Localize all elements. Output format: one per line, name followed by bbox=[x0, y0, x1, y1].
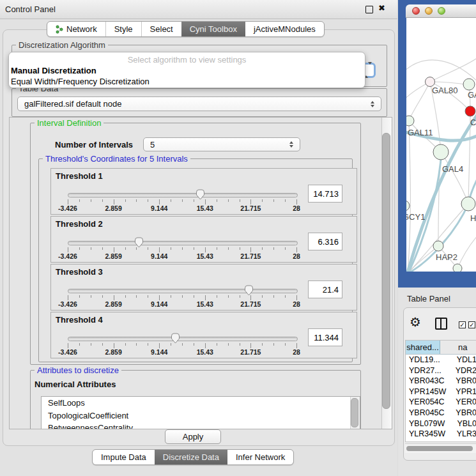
table-row[interactable]: YLR345WYLR3 bbox=[406, 429, 476, 440]
top-tab-jactivemnodules[interactable]: jActiveMNodules bbox=[245, 22, 324, 36]
network-node[interactable] bbox=[406, 201, 410, 211]
threshold-slider[interactable]: -3.4262.8599.14415.4321.71528 bbox=[68, 237, 296, 261]
cell-shared-name[interactable]: YPR145W bbox=[406, 387, 452, 397]
menu-item-manual-discretization[interactable]: Manual Discretization bbox=[11, 66, 96, 75]
network-node[interactable] bbox=[406, 116, 414, 126]
close-icon[interactable]: ✖ bbox=[378, 3, 385, 13]
slider-thumb[interactable] bbox=[244, 285, 254, 296]
table-row[interactable]: YER054CYER0 bbox=[406, 397, 476, 408]
top-tab-style[interactable]: Style bbox=[105, 22, 141, 36]
table-row[interactable]: YBR045CYBR0 bbox=[406, 408, 476, 418]
table-scrollbar-thumb[interactable] bbox=[406, 446, 473, 451]
column-header-shared-name[interactable]: shared... bbox=[406, 341, 440, 354]
slider-track[interactable] bbox=[68, 337, 298, 341]
network-edge[interactable] bbox=[408, 121, 410, 272]
top-tab-label: Select bbox=[150, 22, 173, 36]
threshold-value-field[interactable]: 11.344 bbox=[308, 328, 342, 346]
cell-name[interactable]: YBL0 bbox=[453, 418, 476, 429]
split-columns-icon[interactable] bbox=[435, 318, 447, 330]
cell-name[interactable]: YIL0 bbox=[456, 440, 476, 442]
network-canvas[interactable]: GAL80GACGAL11GAL4GCY1HHAP2 bbox=[406, 18, 476, 272]
slider-track[interactable] bbox=[68, 241, 298, 245]
bottom-tab-impute-data[interactable]: Impute Data bbox=[93, 450, 155, 464]
tick-mark bbox=[136, 247, 137, 250]
bottom-tab-infer-network[interactable]: Infer Network bbox=[227, 450, 293, 464]
attribute-list-item[interactable]: TopologicalCoefficient bbox=[42, 410, 360, 422]
cell-name[interactable]: YDR2 bbox=[452, 365, 476, 376]
threshold-slider[interactable]: -3.4262.8599.14415.4321.71528 bbox=[68, 285, 296, 309]
cell-name[interactable]: YBR0 bbox=[452, 408, 476, 418]
cell-shared-name[interactable]: YDR27... bbox=[406, 365, 452, 376]
network-node[interactable] bbox=[465, 106, 475, 116]
table-row[interactable]: YDL19...YDL1 bbox=[406, 355, 476, 365]
scale-label: 15.43 bbox=[197, 348, 213, 356]
cell-name[interactable]: YDL1 bbox=[453, 355, 476, 365]
slider-track[interactable] bbox=[68, 289, 298, 293]
cell-shared-name[interactable]: YBL079W bbox=[406, 418, 453, 429]
cell-name[interactable]: YPR1 bbox=[452, 387, 476, 397]
top-tab-select[interactable]: Select bbox=[141, 22, 181, 36]
slider-thumb[interactable] bbox=[134, 237, 144, 248]
tick-mark bbox=[148, 295, 148, 298]
cell-name[interactable]: YBR0 bbox=[452, 376, 476, 387]
network-edge[interactable] bbox=[406, 60, 476, 82]
num-intervals-combo[interactable]: 5 bbox=[143, 137, 300, 151]
network-node[interactable] bbox=[433, 144, 449, 160]
cell-shared-name[interactable]: YIL052C bbox=[406, 440, 456, 442]
network-node[interactable] bbox=[433, 241, 443, 251]
table-row[interactable]: YPR145WYPR1 bbox=[406, 387, 476, 397]
close-traffic-light[interactable] bbox=[412, 7, 420, 15]
attribute-list-item[interactable]: BetweennessCentrality bbox=[42, 422, 360, 429]
scale-label: 2.859 bbox=[105, 300, 121, 308]
tick-mark bbox=[273, 295, 274, 298]
threshold-value-field[interactable]: 21.4 bbox=[308, 280, 342, 298]
gear-icon[interactable]: ⚙ bbox=[410, 314, 421, 330]
cell-name[interactable]: YER0 bbox=[452, 397, 476, 408]
threshold-slider[interactable]: -3.4262.8599.14415.4321.71528 bbox=[68, 333, 296, 357]
apply-button[interactable]: Apply bbox=[165, 429, 221, 444]
table-data-combo[interactable]: galFiltered.sif default node bbox=[17, 96, 381, 111]
threshold-slider[interactable]: -3.4262.8599.14415.4321.71528 bbox=[68, 189, 296, 213]
table-row[interactable]: YIL052CYIL0 bbox=[406, 440, 476, 442]
checkbox-icon[interactable]: ✓ bbox=[459, 321, 466, 328]
table-horizontal-scrollbar[interactable] bbox=[405, 443, 476, 453]
menu-item-equal-width-frequency[interactable]: Equal Width/Frequency Discretization bbox=[11, 77, 150, 86]
attribute-list-item[interactable]: SelfLoops bbox=[42, 397, 360, 410]
slider-track[interactable] bbox=[68, 193, 298, 197]
tick-mark bbox=[68, 343, 68, 348]
threshold-value-field[interactable]: 14.713 bbox=[308, 185, 342, 203]
settings-scrollbar-thumb[interactable] bbox=[382, 133, 390, 409]
cell-shared-name[interactable]: YLR345W bbox=[406, 429, 453, 440]
numerical-attributes-list[interactable]: SelfLoopsTopologicalCoefficientBetweenne… bbox=[41, 396, 360, 429]
column-header-name[interactable]: na bbox=[440, 341, 476, 354]
table-row[interactable]: YBR043CYBR0 bbox=[406, 376, 476, 387]
threshold-value-field[interactable]: 6.316 bbox=[308, 233, 342, 250]
top-tab-cyni-toolbox[interactable]: Cyni Toolbox bbox=[181, 22, 245, 36]
top-tab-bar: NetworkStyleSelectCyni ToolboxjActiveMNo… bbox=[47, 21, 325, 37]
settings-vertical-scrollbar[interactable] bbox=[381, 118, 392, 429]
slider-thumb[interactable] bbox=[171, 333, 180, 344]
network-edge[interactable] bbox=[438, 204, 468, 246]
table-row[interactable]: YDR27...YDR2 bbox=[406, 365, 476, 376]
bottom-tab-discretize-data[interactable]: Discretize Data bbox=[155, 450, 227, 464]
cell-name[interactable]: YLR3 bbox=[453, 429, 476, 440]
network-node[interactable] bbox=[463, 79, 475, 90]
tick-mark bbox=[171, 199, 171, 202]
minimize-traffic-light[interactable] bbox=[425, 7, 433, 15]
network-node[interactable] bbox=[453, 264, 462, 272]
attributes-scrollbar-thumb[interactable] bbox=[351, 398, 358, 427]
network-edge[interactable] bbox=[441, 152, 468, 204]
checkbox-icon[interactable]: ✓ bbox=[468, 321, 475, 328]
network-edge[interactable] bbox=[457, 235, 476, 268]
top-tab-network[interactable]: Network bbox=[47, 22, 105, 36]
float-window-icon[interactable] bbox=[365, 6, 373, 13]
slider-thumb[interactable] bbox=[196, 189, 205, 200]
network-node[interactable] bbox=[461, 197, 475, 211]
zoom-traffic-light[interactable] bbox=[438, 7, 445, 15]
cell-shared-name[interactable]: YER054C bbox=[406, 397, 452, 408]
cell-shared-name[interactable]: YBR045C bbox=[406, 408, 452, 418]
table-row[interactable]: YBL079WYBL0 bbox=[406, 418, 476, 429]
attributes-scrollbar[interactable] bbox=[350, 397, 360, 429]
cell-shared-name[interactable]: YDL19... bbox=[406, 355, 453, 365]
cell-shared-name[interactable]: YBR043C bbox=[406, 376, 452, 387]
